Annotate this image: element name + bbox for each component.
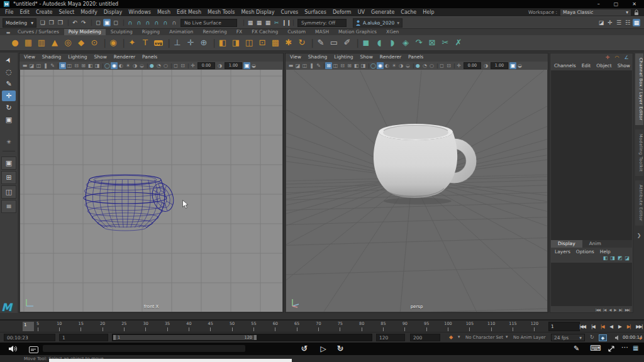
object[interactable]: Object [596,63,611,69]
shadows-icon[interactable]: ◑ [397,62,404,69]
save-scene-icon[interactable]: ❒ [57,19,64,26]
fps-selector[interactable]: 24 fps ▾ [551,334,585,341]
all-lights-icon[interactable]: ☀ [391,62,397,69]
help[interactable]: Help [600,249,611,255]
panels[interactable]: Panels [142,54,157,62]
uv[interactable]: UV [358,9,365,15]
image-plane-icon[interactable]: ✎ [315,62,322,69]
renderer[interactable]: Renderer [114,54,135,62]
windows[interactable]: Windows [128,9,151,15]
video-progress-bar[interactable] [49,359,292,362]
bridge-icon[interactable]: ◗ [386,36,399,50]
layer-playback-icon[interactable]: ◨ [610,255,615,261]
open-scene-icon[interactable]: ❐ [48,19,55,26]
output-connections-icon[interactable]: ∠ [623,54,630,62]
gamma-field[interactable]: 1.00 [491,62,508,69]
step-back-frame-button[interactable]: |◀ [591,324,594,329]
render-icon[interactable]: ▦ [247,19,254,26]
layer-list[interactable] [551,263,632,306]
minimize-button[interactable]: – [597,1,600,7]
single-pane-icon[interactable]: ⊞ [325,62,332,69]
channels[interactable]: Channels [554,63,576,69]
single-pane-layout-button[interactable]: ▣ [1,156,16,170]
poly-disc-icon[interactable]: ⊙ [88,36,101,50]
select-hierarchy-icon[interactable]: ◻ [94,19,102,26]
display[interactable]: Display [104,9,123,15]
volume-icon[interactable] [9,345,18,353]
poly-cube-icon[interactable]: ▦ [22,36,35,50]
menu-set-selector[interactable]: Modeling ▾ [3,18,36,28]
exposure-icon[interactable]: ✛ [455,62,462,69]
show-manipulators-icon[interactable]: ✛ [604,54,611,62]
go-to-start-button[interactable]: |◀◀ [579,324,586,329]
multi-cut-icon[interactable]: ✐ [341,36,353,50]
rendering[interactable]: Rendering [198,29,231,35]
fx[interactable]: FX [232,29,247,35]
wedge-icon[interactable]: ↷ [413,36,425,50]
persp-outliner-icon[interactable]: ◨ [94,62,101,69]
lighting[interactable]: Lighting [68,54,87,62]
rotate-tool[interactable]: ↻ [2,102,16,113]
mesh-tools[interactable]: Mesh Tools [208,9,235,15]
grease-pencil-icon[interactable]: ○ [428,62,435,69]
range-end-handle[interactable] [254,335,257,340]
separate-icon[interactable]: ◨ [230,36,242,50]
free-point-locator-icon[interactable]: ✛ [184,36,197,50]
rigging[interactable]: Rigging [138,29,164,35]
custom[interactable]: Custom [283,29,310,35]
speaker-icon[interactable] [615,335,621,341]
gamma-field[interactable]: 1.00 [225,62,242,69]
layer-go-start-icon[interactable]: |◀◀ [596,308,600,312]
layer-go-end-icon[interactable]: ▶▶| [625,308,630,312]
edit-mesh[interactable]: Edit Mesh [177,9,201,15]
panels[interactable]: Panels [408,54,423,62]
step-back-key-button[interactable]: |◀ [601,324,604,329]
chevron-down-icon[interactable]: ▾ [458,334,460,339]
shading[interactable]: Shading [308,54,327,62]
bookmark-icon[interactable]: ❚ [308,62,315,69]
four-pane-icon[interactable]: ⊞ [346,62,353,69]
hypershade-icon[interactable]: ✂ [273,19,280,26]
grease-pencil-icon[interactable]: ○ [162,62,169,69]
mirror-icon[interactable]: ◫ [243,36,255,50]
surfaces[interactable]: Surfaces [304,9,326,15]
poly-cone-icon[interactable]: ▲ [48,36,61,50]
display[interactable]: Display [551,240,582,248]
outliner-layout-button[interactable]: ≡ [1,200,16,213]
snap-point-icon[interactable]: ∩ [144,19,152,26]
last-tool-icon[interactable]: ✳ [2,136,16,147]
lasso-select-tool[interactable]: ◌ [2,67,16,77]
file[interactable]: File [5,9,13,15]
animation-range-track[interactable]: 1 120 [112,334,372,341]
anim[interactable]: Anim [582,240,608,248]
apps-grid-icon[interactable]: ▦ [633,344,638,351]
wireframe-on-shaded-icon[interactable]: ⊡ [179,62,186,69]
render-settings-icon[interactable]: ▦ [264,19,272,26]
animation-end-field[interactable]: 200 [410,334,440,341]
sculpting[interactable]: Sculpting [106,29,137,35]
humanik-toggle-icon[interactable]: ✛ [606,19,614,26]
generate[interactable]: Generate [371,9,394,15]
anim-layer-selector[interactable]: No Anim Layer [513,335,545,340]
time-slider[interactable]: 1 51015202530354045505560657075808590951… [0,319,644,332]
poly-torus-icon[interactable]: ◎ [62,36,74,50]
keyboard-shortcuts-icon[interactable]: ⌨ [590,344,601,353]
make-live-icon[interactable]: ∩ [170,19,178,26]
symmetrize-icon[interactable]: ✂ [439,36,452,50]
single-pane-icon[interactable]: ⊞ [59,62,66,69]
video-progress-track[interactable] [43,345,245,352]
outliner-pane-icon[interactable]: ◧ [87,62,94,69]
heads-up-display-icon[interactable]: ◒ [250,62,257,69]
playback-end-field[interactable]: 120 [376,334,405,341]
heads-up-display-icon[interactable]: ◒ [516,62,523,69]
scale-tool[interactable]: ▣ [2,114,16,125]
lock-icon[interactable] [634,9,639,16]
renderer[interactable]: Renderer [380,54,401,62]
outliner-pane-icon[interactable]: ◧ [353,62,360,69]
ipr-render-icon[interactable]: ▦ [255,19,263,26]
help[interactable]: Help [423,9,434,15]
view[interactable]: View [290,54,301,62]
exposure-field[interactable]: 0.00 [464,62,481,69]
motion-graphics[interactable]: Motion Graphics [334,29,381,35]
exposure-field[interactable]: 0.00 [197,62,215,69]
